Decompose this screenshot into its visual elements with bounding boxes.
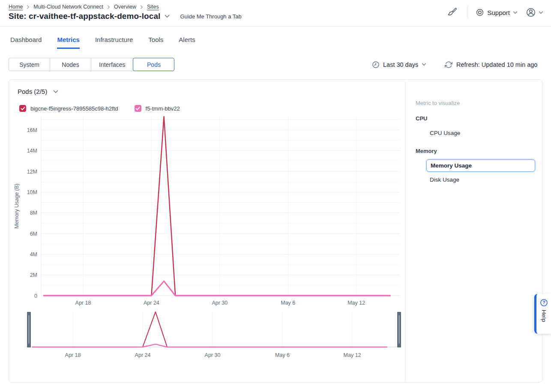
metric-option-disk-usage[interactable]: Disk Usage [430,177,459,183]
chevron-right-icon [140,5,144,9]
tab-metrics[interactable]: Metrics [57,36,80,49]
tab-alerts[interactable]: Alerts [179,36,195,49]
metric-selector-panel: Metric to visualize CPU CPU Usage Memory… [405,80,542,382]
tab-infrastructure[interactable]: Infrastructure [95,36,133,49]
pods-count-title: Pods (2/5) [18,88,47,95]
clock-icon [372,61,380,69]
time-range-dropdown[interactable]: Last 30 days [372,58,426,71]
y-tick-label: 10M [27,189,37,195]
x-tick-label: Apr 24 [144,300,159,306]
checkbox-checked-icon[interactable] [19,105,26,112]
breadcrumb-item[interactable]: Overview [114,4,136,10]
y-tick-label: 16M [27,127,37,133]
chevron-right-icon [107,5,111,9]
segment-system[interactable]: System [9,58,50,71]
refresh-button[interactable]: Refresh: Updated 10 min ago [445,58,537,71]
x-tick-label: May 6 [281,300,295,306]
legend-item-f5tmm[interactable]: f5-tmm-bbv22 [135,105,180,112]
y-tick-label: 14M [27,148,37,154]
pods-card-header: Pods (2/5) [18,88,58,95]
tab-dashboard[interactable]: Dashboard [10,36,42,49]
header-divider [467,6,468,19]
x-tick-label: May 6 [275,352,290,358]
metric-option-memory-usage-selected[interactable]: Memory Usage [426,159,535,172]
y-axis-title: Memory Usage (B) [14,184,20,229]
account-menu[interactable] [525,7,543,18]
checkbox-checked-icon[interactable] [135,105,141,112]
support-lifering-icon [476,8,484,17]
x-tick-label: May 12 [344,352,361,358]
tab-tools[interactable]: Tools [148,36,163,49]
chevron-right-icon [26,5,30,9]
x-tick-label: Apr 18 [65,352,81,358]
breadcrumb-sites-link[interactable]: Sites [147,4,159,10]
x-tick-label: May 12 [347,300,365,306]
x-tick-label: Apr 30 [212,300,228,306]
breadcrumb-item[interactable]: Multi-Cloud Network Connect [33,4,103,10]
metric-group-memory: Memory [416,148,437,154]
title-chevron-down-icon[interactable] [165,15,170,18]
support-label: Support [487,9,510,16]
metric-option-cpu-usage[interactable]: CPU Usage [430,130,460,136]
help-label: Help [541,310,547,322]
page-title: Site: cr-vaithee-tf-appstack-demo-local [9,12,160,21]
breadcrumb-home-link[interactable]: Home [9,4,23,10]
pods-chevron-down-icon[interactable] [53,90,58,93]
memory-usage-line-chart: 02M4M6M8M10M12M14M16MMemory Usage (B)Apr… [9,113,405,309]
time-range-label: Last 30 days [383,61,418,68]
series-line-1 [43,281,390,296]
page-title-row: Site: cr-vaithee-tf-appstack-demo-local … [9,12,242,21]
series-line-1 [32,344,387,347]
header-actions: Support [447,6,543,19]
support-chevron-down-icon [513,11,518,14]
legend-label: bigcne-f5ingress-7895585c98-h2ftd [30,105,118,112]
legend-item-bigcne[interactable]: bigcne-f5ingress-7895585c98-h2ftd [19,105,118,112]
help-flyout-button[interactable]: ? Help [534,294,551,334]
y-tick-label: 6M [30,231,37,237]
y-tick-label: 8M [30,210,37,216]
series-line-0 [43,117,390,296]
segment-nodes[interactable]: Nodes [50,58,91,71]
user-avatar-icon [525,7,536,18]
refresh-label: Refresh: Updated 10 min ago [456,61,537,68]
pods-metrics-card: Pods (2/5) bigcne-f5ingress-7895585c98-h… [9,79,542,383]
svg-text:?: ? [542,300,545,305]
y-tick-label: 0 [34,293,37,299]
series-line-0 [32,312,387,347]
metric-panel-title: Metric to visualize [416,100,460,106]
x-tick-label: Apr 18 [75,300,91,306]
metric-group-cpu: CPU [416,115,427,122]
segment-pods[interactable]: Pods [133,58,174,71]
guide-me-link[interactable]: Guide Me Through a Tab [180,13,241,20]
legend-label: f5-tmm-bbv22 [146,105,180,112]
x-tick-label: Apr 30 [205,352,221,358]
tab-bar: Dashboard Metrics Infrastructure Tools A… [10,36,195,49]
y-tick-label: 2M [30,272,37,278]
segment-interfaces[interactable]: Interfaces [91,58,133,71]
account-chevron-down-icon [539,11,543,14]
refresh-icon [445,61,452,69]
x-tick-label: Apr 24 [135,352,151,358]
help-question-icon: ? [540,299,548,307]
breadcrumb: Home Multi-Cloud Network Connect Overvie… [9,4,159,10]
chart-legend: bigcne-f5ingress-7895585c98-h2ftd f5-tmm… [19,105,180,112]
brush-icon[interactable] [447,7,457,18]
metrics-scope-segmented-control: System Nodes Interfaces Pods [9,58,174,71]
support-menu[interactable]: Support [476,8,518,17]
header-separator [0,26,551,27]
time-range-chevron-down-icon [422,63,426,66]
time-brush-minimap[interactable]: Apr 18Apr 24Apr 30May 6May 12 [9,309,405,362]
y-tick-label: 12M [27,169,37,175]
y-tick-label: 4M [30,251,37,257]
